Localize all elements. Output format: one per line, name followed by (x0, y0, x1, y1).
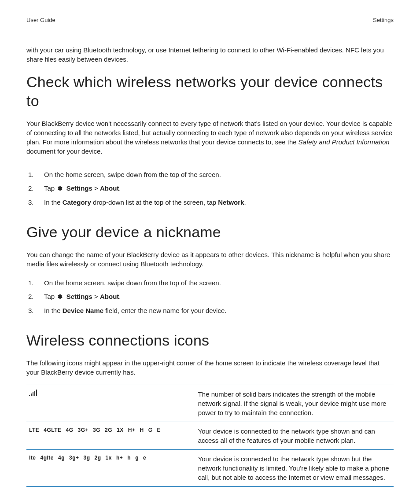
network-label: 2g (95, 454, 101, 462)
page-header: User Guide Settings (26, 17, 394, 23)
wireless-icons-paragraph: The following icons might appear in the … (26, 358, 394, 377)
gear-icon (56, 184, 63, 195)
heading-wireless-icons: Wireless connections icons (26, 331, 394, 350)
svg-rect-4 (36, 390, 37, 396)
network-label: 1X (117, 427, 124, 434)
heading-nickname: Give your device a nickname (26, 223, 394, 242)
svg-rect-1 (31, 394, 32, 396)
network-label: H (140, 427, 144, 434)
network-label: 4GLTE (44, 427, 61, 434)
network-label: h (127, 454, 131, 462)
nickname-paragraph: You can change the name of your BlackBer… (26, 250, 394, 269)
step-item: In the Device Name field, enter the new … (26, 304, 394, 318)
network-label: E (157, 427, 161, 434)
network-label: h+ (116, 454, 123, 462)
step-item: On the home screen, swipe down from the … (26, 276, 394, 290)
svg-rect-2 (33, 392, 33, 396)
network-label: e (143, 454, 146, 462)
icon-description: The number of solid bars indicates the s… (195, 385, 394, 422)
network-label: lte (29, 454, 36, 462)
page: User Guide Settings with your car using … (0, 0, 420, 504)
network-label: 3G+ (78, 427, 89, 434)
network-label: H+ (128, 427, 136, 434)
step-item: Tap Settings > About. (26, 290, 394, 305)
check-networks-steps: On the home screen, swipe down from the … (26, 168, 394, 210)
network-label: 3g (84, 454, 90, 462)
network-label: G (148, 427, 153, 434)
network-label: LTE (29, 427, 39, 434)
network-label: 2G (105, 427, 112, 434)
step-item: Tap Settings > About. (26, 182, 394, 196)
header-right: Settings (373, 17, 394, 23)
network-label: 4g (58, 454, 65, 462)
signal-bars-icon (29, 390, 39, 398)
table-row: The number of solid bars indicates the s… (26, 385, 394, 422)
network-type-labels-limited: lte4glte4g3g+3g2g1xh+hge (29, 454, 193, 462)
table-row: LTE4GLTE4G3G+3G2G1XH+HGE Your device is … (26, 422, 394, 450)
wireless-icons-table: The number of solid bars indicates the s… (26, 385, 394, 487)
network-type-labels-full: LTE4GLTE4G3G+3G2G1XH+HGE (29, 427, 193, 434)
step-item: On the home screen, swipe down from the … (26, 168, 394, 182)
intro-paragraph: with your car using Bluetooth technology… (26, 45, 394, 64)
network-label: 1x (106, 454, 112, 462)
network-label: 4glte (41, 454, 54, 462)
icon-description: Your device is connected to the network … (195, 450, 394, 487)
step-item: In the Category drop-down list at the to… (26, 196, 394, 210)
network-label: 3G (93, 427, 100, 434)
icon-description: Your device is connected to the network … (195, 422, 394, 450)
gear-icon (56, 293, 63, 303)
svg-rect-3 (34, 391, 35, 396)
network-label: g (135, 454, 139, 462)
svg-rect-0 (29, 395, 30, 396)
header-left: User Guide (26, 17, 55, 23)
nickname-steps: On the home screen, swipe down from the … (26, 276, 394, 318)
network-label: 3g+ (69, 454, 79, 462)
check-networks-paragraph: Your BlackBerry device won't necessarily… (26, 119, 394, 156)
network-label: 4G (66, 427, 74, 434)
heading-check-networks: Check which wireless networks your devic… (26, 73, 394, 110)
table-row: lte4glte4g3g+3g2g1xh+hge Your device is … (26, 450, 394, 487)
